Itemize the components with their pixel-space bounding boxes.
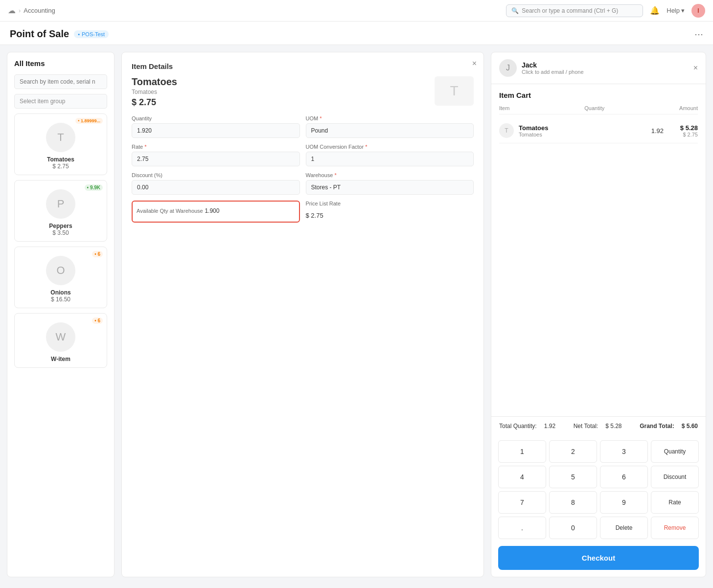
customer-info: Jack Click to add email / phone — [522, 61, 689, 75]
numpad: 1 2 3 Quantity 4 5 6 Discount 7 8 9 Rate… — [491, 435, 706, 546]
main-layout: All Items Select item group • 1.89999...… — [0, 45, 713, 584]
item-avatar-w: W — [46, 322, 75, 352]
rate-label: Rate * — [132, 144, 300, 150]
numpad-1[interactable]: 1 — [498, 440, 546, 463]
numpad-6[interactable]: 6 — [600, 466, 648, 488]
cart-section: Item Cart Item Quantity Amount T Tomatoe… — [491, 84, 706, 416]
item-details-header: Item Details — [132, 62, 173, 70]
uom-input[interactable] — [306, 123, 474, 138]
numpad-quantity-button[interactable]: Quantity — [651, 440, 699, 463]
rate-input[interactable] — [132, 152, 300, 166]
available-qty-label: Available Qty at Warehouse — [137, 208, 203, 214]
cart-title: Item Cart — [499, 91, 698, 99]
warehouse-input[interactable] — [306, 180, 474, 195]
cart-item-amount-tomatoes: $ 5.28 $ 2.75 — [668, 124, 698, 137]
item-details-close-button[interactable]: × — [472, 59, 477, 68]
cloud-icon: ☁ — [8, 6, 16, 15]
discount-group: Discount (%) — [132, 172, 300, 195]
warehouse-group: Warehouse * — [306, 172, 474, 195]
checkout-button[interactable]: Checkout — [498, 546, 699, 570]
item-badge-tomatoes: • 1.89999... — [75, 118, 103, 124]
numpad-delete-button[interactable]: Delete — [600, 517, 648, 539]
all-items-title: All Items — [14, 59, 107, 68]
item-price-peppers: $ 3.50 — [52, 229, 69, 236]
item-card-w[interactable]: • 6 W W-item — [14, 313, 107, 368]
page-header: Point of Sale POS-Test ⋯ — [0, 22, 713, 45]
cart-header-amount: Amount — [679, 105, 698, 111]
customer-avatar: J — [499, 59, 517, 77]
item-avatar-onions: O — [46, 256, 75, 285]
uom-label: UOM * — [306, 115, 474, 121]
cart-header-item: Item — [499, 105, 509, 111]
numpad-dot[interactable]: . — [498, 517, 546, 539]
cart-item-name-tomatoes: Tomatoes — [519, 124, 639, 132]
cart-item-info-tomatoes: Tomatoes Tomatoes — [519, 124, 639, 137]
item-price-onions: $ 16.50 — [51, 296, 70, 303]
numpad-5[interactable]: 5 — [549, 466, 597, 488]
item-name-peppers: Peppers — [49, 223, 72, 229]
numpad-8[interactable]: 8 — [549, 491, 597, 514]
warehouse-label: Warehouse * — [306, 172, 474, 178]
available-qty-input[interactable] — [205, 205, 278, 216]
cart-header: Item Quantity Amount — [499, 105, 698, 114]
right-panel: J Jack Click to add email / phone × Item… — [491, 52, 706, 577]
left-panel: All Items Select item group • 1.89999...… — [7, 52, 115, 577]
numpad-2[interactable]: 2 — [549, 440, 597, 463]
quantity-input[interactable] — [132, 123, 300, 138]
uom-group: UOM * — [306, 115, 474, 138]
net-total-label: Net Total: — [574, 423, 598, 430]
item-card-onions[interactable]: • 6 O Onions $ 16.50 — [14, 247, 107, 308]
customer-name[interactable]: Jack — [522, 61, 689, 69]
cart-item-tomatoes[interactable]: T Tomatoes Tomatoes 1.92 $ 5.28 $ 2.75 — [499, 118, 698, 143]
more-options-button[interactable]: ⋯ — [694, 29, 703, 40]
grand-total-label: Grand Total: — [640, 423, 674, 430]
item-card-peppers[interactable]: • 9.9K P Peppers $ 3.50 — [14, 180, 107, 242]
price-list-label: Price List Rate — [306, 201, 474, 206]
breadcrumb-accounting[interactable]: Accounting — [23, 7, 55, 14]
discount-input[interactable] — [132, 180, 300, 195]
numpad-0[interactable]: 0 — [549, 517, 597, 539]
search-placeholder-text: Search or type a command (Ctrl + G) — [522, 7, 618, 14]
cart-header-qty: Quantity — [584, 105, 604, 111]
numpad-3[interactable]: 3 — [600, 440, 648, 463]
item-detail-price: $ 2.75 — [132, 97, 177, 108]
discount-label: Discount (%) — [132, 172, 300, 178]
notification-bell-icon[interactable]: 🔔 — [650, 6, 660, 15]
item-detail-name: Tomatoes — [132, 76, 177, 88]
help-button[interactable]: Help ▾ — [667, 7, 685, 14]
cart-item-avatar-tomatoes: T — [499, 123, 514, 138]
uom-conversion-group: UOM Conversion Factor * — [306, 144, 474, 166]
item-name-w: W-item — [51, 356, 70, 362]
price-list-value: $ 2.75 — [306, 208, 474, 223]
net-total-value: $ 5.28 — [605, 423, 621, 430]
item-details-panel-title: Item Details — [132, 62, 173, 70]
item-price-tomatoes: $ 2.75 — [52, 163, 69, 170]
numpad-4[interactable]: 4 — [498, 466, 546, 488]
cart-totals: Total Quantity: 1.92 Net Total: $ 5.28 G… — [491, 416, 706, 435]
avatar[interactable]: I — [691, 4, 705, 18]
global-search[interactable]: 🔍 Search or type a command (Ctrl + G) — [506, 4, 643, 17]
available-qty-group: Available Qty at Warehouse — [132, 201, 300, 223]
item-search-input[interactable] — [14, 74, 107, 89]
top-nav-right: 🔍 Search or type a command (Ctrl + G) 🔔 … — [506, 4, 705, 18]
customer-header: J Jack Click to add email / phone × — [491, 52, 706, 84]
numpad-discount-button[interactable]: Discount — [651, 466, 699, 488]
uom-conversion-input[interactable] — [306, 152, 474, 166]
numpad-grid: 1 2 3 Quantity 4 5 6 Discount 7 8 9 Rate… — [498, 440, 699, 539]
numpad-7[interactable]: 7 — [498, 491, 546, 514]
top-nav: ☁ › Accounting 🔍 Search or type a comman… — [0, 0, 713, 22]
numpad-remove-button[interactable]: Remove — [651, 517, 699, 539]
page-title: Point of Sale — [10, 28, 69, 40]
customer-hint[interactable]: Click to add email / phone — [522, 69, 689, 75]
customer-close-button[interactable]: × — [693, 64, 698, 72]
item-card-tomatoes[interactable]: • 1.89999... T Tomatoes $ 2.75 — [14, 113, 107, 175]
cart-item-qty-tomatoes: 1.92 — [644, 127, 664, 135]
numpad-9[interactable]: 9 — [600, 491, 648, 514]
search-icon: 🔍 — [511, 7, 519, 14]
cart-item-amount-top: $ 5.28 — [668, 124, 698, 132]
item-group-select[interactable]: Select item group — [14, 94, 107, 109]
item-details-form: Quantity UOM * Rate * UOM Conversion Fac… — [132, 115, 474, 223]
numpad-rate-button[interactable]: Rate — [651, 491, 699, 514]
cart-item-amount-bot: $ 2.75 — [668, 132, 698, 137]
item-detail-image: T — [435, 76, 474, 106]
